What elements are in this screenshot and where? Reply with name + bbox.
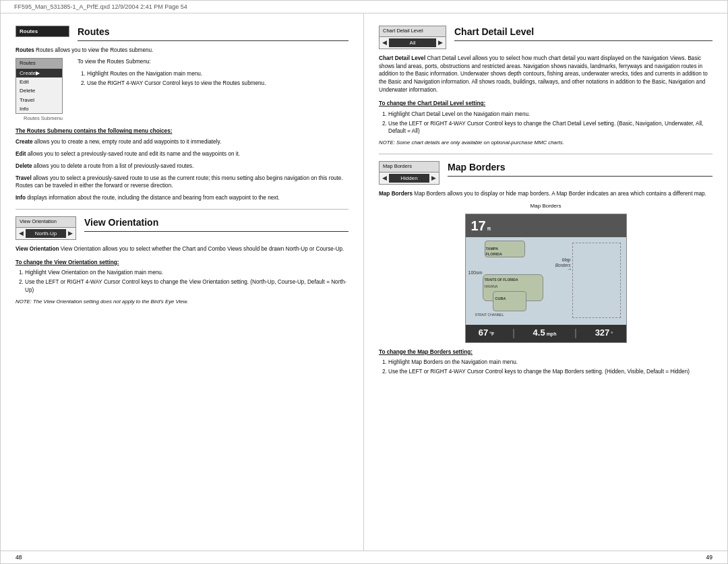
routes-submenu-box: Routes Create▶ Edit Delete Travel Info [16, 58, 63, 113]
chart-detail-intro: Chart Detail Level Chart Detail Level al… [379, 55, 712, 94]
chart-detail-box: Chart Detail Level ◀ All ▶ [379, 26, 446, 49]
map-depth-value: 17 [471, 216, 486, 235]
map-borders-nav-row: ◀ Hidden ▶ [380, 173, 439, 184]
map-borders-box-title: Map Borders [380, 162, 439, 173]
section-divider-2 [379, 154, 712, 154]
gps-bearing-value: 327 [595, 327, 610, 339]
routes-travel: Travel allows you to select a previously… [16, 175, 348, 191]
map-borders-change-heading: To change the Map Borders setting: [379, 348, 712, 356]
map-borders-image-container: Map Borders 17 ft 100sm [465, 202, 627, 343]
routes-step-2: Use the RIGHT 4-WAY Cursor Control keys … [87, 80, 348, 88]
gps-speed-unit: mph [547, 331, 557, 338]
section-divider-1 [16, 209, 348, 210]
routes-menu-title: Routes [16, 26, 69, 36]
map-body: 100sm TAMPA FLORIDA TRAITS OF FLORIDA HA… [466, 237, 626, 325]
map-label-florida: FLORIDA [486, 252, 502, 257]
routes-submenu-create: Create▶ [16, 69, 62, 77]
view-orientation-step-1: Highlight View Orientation on the Naviga… [25, 269, 348, 277]
chart-detail-step-1: Highlight Chart Detail Level on the Navi… [388, 111, 712, 119]
chart-detail-note: NOTE: Some chart details are only availa… [379, 139, 712, 147]
routes-submenu-box-title: Routes [16, 59, 62, 69]
gps-bearing-item: 327 ° [595, 327, 613, 340]
map-dashed-border [572, 243, 621, 318]
view-orientation-step-2: Use the LEFT or RIGHT 4-WAY Cursor Contr… [25, 278, 348, 294]
chart-detail-steps: Highlight Chart Detail Level on the Navi… [388, 111, 712, 136]
map-borders-steps: Highlight Map Borders on the Navigation … [388, 358, 712, 376]
page-container: FF595_Man_531385-1_A_PrfE.qxd 12/9/2004 … [0, 0, 728, 564]
footer-bar: 48 49 [1, 551, 727, 563]
chart-detail-right-arrow[interactable]: ▶ [438, 38, 443, 47]
map-borders-right-arrow[interactable]: ▶ [431, 174, 436, 183]
view-orientation-header: View Orientation ◀ North-Up ▶ View Orien… [16, 216, 348, 240]
routes-submenu-info: Info [16, 104, 62, 113]
right-page-number: 49 [706, 554, 712, 561]
map-label-cuba: CUBA [495, 296, 506, 302]
gps-speed-value: 4.5 [533, 327, 545, 339]
routes-steps-list: Highlight Routes on the Navigation main … [87, 70, 348, 88]
view-orientation-steps: Highlight View Orientation on the Naviga… [25, 269, 348, 294]
view-orientation-change-heading: To change the View Orientation setting: [16, 259, 348, 266]
chart-detail-nav-row: ◀ All ▶ [380, 37, 446, 49]
chart-detail-title: Chart Detail Level [454, 26, 712, 41]
routes-create: Create allows you to create a new, empty… [16, 138, 348, 146]
gps-temp-item: 67 °F [479, 327, 495, 340]
routes-step-1: Highlight Routes on the Navigation main … [87, 70, 348, 78]
routes-section-title: Routes [78, 26, 348, 41]
routes-submenu-intro: To view the Routes Submenu: [78, 58, 348, 66]
routes-info: Info displays information about the rout… [16, 194, 348, 202]
map-depth-bar: 17 ft [466, 214, 626, 237]
chart-detail-value: All [389, 38, 436, 47]
left-page: Routes Routes Routes Routes allows you t… [1, 13, 364, 551]
gps-speed-item: 4.5 mph [533, 327, 557, 340]
header-bar: FF595_Man_531385-1_A_PrfE.qxd 12/9/2004 … [1, 1, 727, 13]
gps-temp-value: 67 [479, 327, 488, 339]
map-borders-image: 17 ft 100sm TAMPA FLORIDA T [465, 214, 627, 343]
left-page-number: 48 [16, 554, 22, 561]
map-borders-left-arrow[interactable]: ◀ [382, 174, 387, 183]
header-file-info: FF595_Man_531385-1_A_PrfE.qxd 12/9/2004 … [14, 3, 187, 10]
map-label-havana: HAVANA [485, 284, 498, 289]
chart-detail-header: Chart Detail Level ◀ All ▶ Chart Detail … [379, 26, 712, 49]
gps-bearing-unit: ° [611, 331, 613, 338]
map-caption: Map Borders [465, 202, 627, 210]
map-scale: 100sm [468, 270, 483, 276]
routes-menu-box: Routes [16, 26, 69, 37]
map-borders-step-1: Highlight Map Borders on the Navigation … [388, 358, 712, 367]
map-borders-intro: Map Borders Map Borders allows you to di… [379, 190, 712, 198]
view-orientation-box-title: View Orientation [16, 217, 75, 228]
chart-detail-left-arrow[interactable]: ◀ [382, 38, 387, 47]
routes-submenu-heading: The Routes Submenu contains the followin… [16, 127, 348, 135]
view-orientation-intro: View Orientation View Orientation allows… [16, 245, 348, 253]
map-borders-step-2: Use the LEFT or RIGHT 4-WAY Cursor Contr… [388, 368, 712, 376]
map-borders-box: Map Borders ◀ Hidden ▶ [379, 161, 439, 185]
routes-submenu-travel: Travel [16, 96, 62, 104]
view-orientation-value: North-Up [26, 229, 66, 238]
map-label-traits: TRAITS OF FLORIDA [485, 278, 518, 282]
view-orientation-title: View Orientation [84, 216, 348, 232]
chart-detail-box-title: Chart Detail Level [380, 26, 446, 37]
gps-separator-1: | [512, 327, 515, 340]
view-orientation-note: NOTE: The View Orientation setting does … [16, 299, 348, 306]
map-borders-value: Hidden [389, 174, 429, 183]
chart-detail-step-2: Use the LEFT or RIGHT 4-WAY Cursor Contr… [388, 120, 712, 136]
routes-edit: Edit allows you to select a previously-s… [16, 150, 348, 158]
gps-bar: 67 °F | 4.5 mph | 327 ° [466, 325, 626, 342]
routes-intro: Routes Routes allows you to view the Rou… [16, 46, 348, 55]
routes-submenu-label: Routes Submenu [16, 115, 71, 123]
gps-temp-unit: °F [489, 331, 494, 338]
gps-separator-2: | [574, 327, 577, 340]
map-label-tampa: TAMPA [486, 247, 499, 252]
routes-delete: Delete allows you to delete a route from… [16, 162, 348, 170]
map-borders-title: Map Borders [448, 161, 712, 177]
view-orientation-left-arrow[interactable]: ◀ [19, 229, 24, 238]
right-page: Chart Detail Level ◀ All ▶ Chart Detail … [364, 13, 727, 551]
routes-bold-label: Routes [16, 47, 34, 53]
routes-submenu-delete: Delete [16, 86, 62, 95]
view-orientation-right-arrow[interactable]: ▶ [68, 229, 73, 238]
view-orientation-box: View Orientation ◀ North-Up ▶ [16, 216, 76, 240]
map-depth-unit: ft [487, 225, 491, 232]
routes-submenu-edit: Edit [16, 77, 62, 86]
view-orientation-nav-row: ◀ North-Up ▶ [16, 228, 75, 239]
map-borders-header: Map Borders ◀ Hidden ▶ Map Borders [379, 161, 712, 185]
map-label-strait: STRAIT CHANNEL [475, 313, 504, 317]
